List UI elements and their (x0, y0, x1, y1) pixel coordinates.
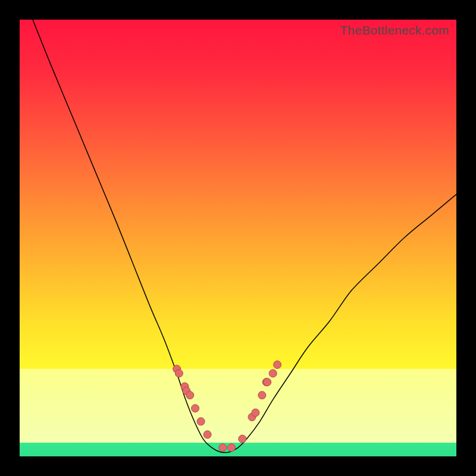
marker-dot (274, 361, 281, 368)
marker-dot (192, 405, 199, 412)
marker-group (173, 361, 281, 451)
marker-dot (252, 409, 259, 416)
marker-dot (175, 369, 183, 377)
marker-dot (264, 378, 271, 386)
marker-dot (219, 444, 227, 452)
marker-dot (197, 418, 205, 425)
marker-dot (228, 444, 236, 452)
marker-dot (258, 392, 266, 399)
marker-dot (239, 435, 246, 443)
bottleneck-curve (20, 20, 456, 456)
chart-frame: TheBottleneck.com (0, 0, 476, 476)
curve-path (33, 20, 456, 453)
marker-dot (203, 431, 211, 439)
plot-area: TheBottleneck.com (20, 20, 456, 456)
marker-dot (186, 392, 194, 399)
marker-dot (269, 369, 277, 377)
